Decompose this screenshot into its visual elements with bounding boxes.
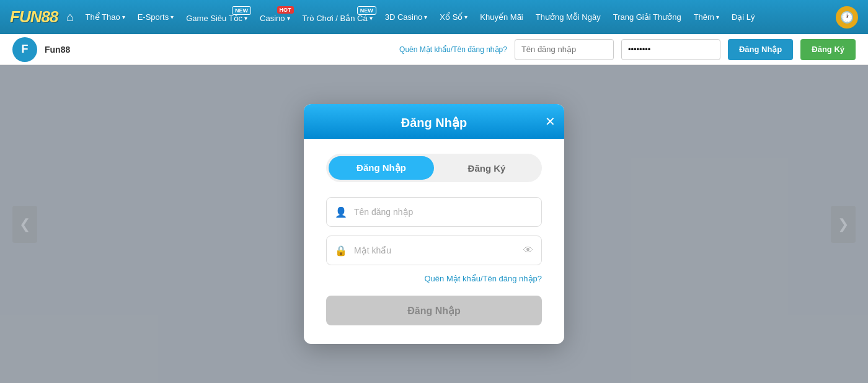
chevron-down-icon: ▾ [244, 15, 247, 22]
nav-item-tranggiai[interactable]: Trang Giải Thưởng [608, 9, 686, 25]
chevron-down-icon: ▾ [370, 15, 373, 22]
lock-icon: 🔒 [335, 245, 347, 257]
modal-close-button[interactable]: ✕ [545, 115, 556, 128]
brand-logo[interactable]: FUN88 [10, 7, 58, 27]
hot-badge: HOT [277, 6, 294, 14]
new-badge-2: NEW [357, 6, 376, 15]
login-modal: Đăng Nhập ✕ Đăng Nhập Đăng Ký 👤 🔒 [304, 104, 564, 344]
brand-circle-logo: F [12, 37, 37, 62]
user-icon: 👤 [335, 206, 347, 218]
nav-item-trochoi[interactable]: NEW Trò Chơi / Bắn Cá ▾ [298, 7, 378, 27]
chevron-down-icon: ▾ [287, 15, 290, 22]
chevron-down-icon: ▾ [424, 14, 427, 20]
clock-icon[interactable]: 🕐 [836, 6, 858, 29]
password-input-header[interactable] [621, 39, 720, 60]
password-input-modal[interactable] [326, 236, 542, 265]
secondary-nav: F Fun88 Quên Mật khẩu/Tên đăng nhập? Đăn… [0, 34, 868, 65]
nav-item-esports[interactable]: E-Sports ▾ [133, 9, 179, 25]
eye-icon[interactable]: 👁 [523, 245, 533, 256]
modal-title: Đăng Nhập [401, 115, 467, 130]
modal-header: Đăng Nhập ✕ [304, 104, 564, 139]
tab-register[interactable]: Đăng Ký [434, 156, 539, 180]
forgot-password-link[interactable]: Quên Mật khẩu/Tên đăng nhập? [399, 45, 507, 54]
tab-login[interactable]: Đăng Nhập [329, 156, 434, 180]
nav-item-gamesieutoc[interactable]: NEW Game Siêu Tốc ▾ [181, 7, 252, 27]
chevron-down-icon: ▾ [464, 14, 467, 20]
forgot-modal-link[interactable]: Quên Mật khẩu/Tên đăng nhập? [326, 274, 542, 283]
password-field-group: 🔒 👁 [326, 236, 542, 265]
new-badge: NEW [232, 6, 251, 15]
username-input-header[interactable] [515, 39, 614, 60]
login-submit-button[interactable]: Đăng Nhập [326, 296, 542, 325]
chevron-down-icon: ▾ [122, 14, 125, 20]
nav-item-3dcasino[interactable]: 3D Casino ▾ [380, 9, 433, 25]
main-content: ❮ ❯ Đăng Nhập ✕ Đăng Nhập Đăng Ký 👤 [0, 65, 868, 383]
nav-item-thuongmoingay[interactable]: Thưởng Mỗi Ngày [531, 9, 606, 25]
register-button-header[interactable]: Đăng Ký [800, 39, 856, 60]
modal-tabs: Đăng Nhập Đăng Ký [326, 154, 542, 182]
nav-item-them[interactable]: Thêm ▾ [689, 9, 724, 25]
chevron-down-icon: ▾ [716, 14, 719, 20]
chevron-down-icon: ▾ [170, 14, 174, 20]
brand-name: Fun88 [45, 45, 70, 55]
nav-item-khuyenmai[interactable]: Khuyến Mãi [475, 9, 528, 25]
username-field-group: 👤 [326, 197, 542, 227]
nav-item-daily[interactable]: Đại Lý [727, 9, 760, 25]
top-navigation: FUN88 ⌂ Thể Thao ▾ E-Sports ▾ NEW Game S… [0, 0, 868, 34]
logo-fun: FUN [10, 7, 41, 26]
login-button-header[interactable]: Đăng Nhập [728, 39, 793, 60]
home-icon[interactable]: ⌂ [66, 10, 74, 24]
nav-item-xoso[interactable]: Xổ Số ▾ [435, 9, 472, 25]
logo-88: 88 [41, 7, 58, 26]
modal-overlay: Đăng Nhập ✕ Đăng Nhập Đăng Ký 👤 🔒 [0, 65, 868, 383]
nav-item-thethao[interactable]: Thể Thao ▾ [80, 9, 130, 25]
username-input-modal[interactable] [326, 197, 542, 227]
modal-body: Đăng Nhập Đăng Ký 👤 🔒 👁 Quên Mật khẩu/Tê… [304, 139, 564, 344]
nav-item-casino[interactable]: HOT Casino ▾ [255, 7, 294, 27]
